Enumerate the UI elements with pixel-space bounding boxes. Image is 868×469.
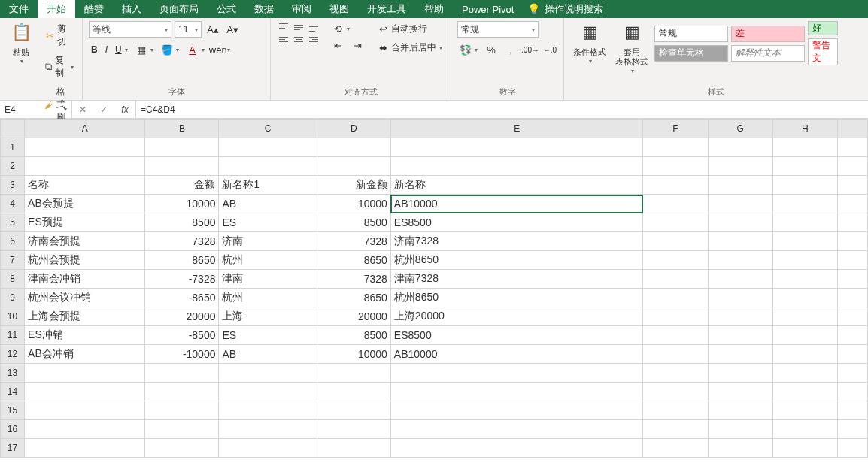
cell-B17[interactable] xyxy=(145,439,219,458)
fill-color-button[interactable]: 🪣▾ xyxy=(159,42,181,57)
cell-C9[interactable]: 杭州 xyxy=(219,289,317,307)
tab-view[interactable]: 视图 xyxy=(320,0,358,18)
phonetic-button[interactable]: wén▾ xyxy=(210,42,232,57)
cell-B2[interactable] xyxy=(145,157,219,176)
row-header-7[interactable]: 7 xyxy=(1,251,25,270)
cell-C15[interactable] xyxy=(219,401,317,420)
insert-function-button[interactable]: fx xyxy=(114,104,135,115)
cell-A7[interactable]: 杭州会预提 xyxy=(25,251,145,270)
cell-F9[interactable] xyxy=(643,289,708,307)
cell-B10[interactable]: 20000 xyxy=(145,307,219,326)
cell-3[interactable] xyxy=(837,176,867,195)
cell-F1[interactable] xyxy=(643,138,708,157)
column-header-F[interactable]: F xyxy=(643,120,708,138)
row-header-5[interactable]: 5 xyxy=(1,213,25,232)
cell-D4[interactable]: 10000 xyxy=(317,195,390,213)
cell-1[interactable] xyxy=(837,138,867,157)
tab-kuzan[interactable]: 酷赞 xyxy=(75,0,113,18)
cell-D10[interactable]: 20000 xyxy=(317,307,390,326)
cell-G4[interactable] xyxy=(708,195,772,213)
decrease-indent-button[interactable]: ⇤ xyxy=(329,38,346,53)
cell-F8[interactable] xyxy=(643,270,708,289)
tab-help[interactable]: 帮助 xyxy=(415,0,453,18)
cell-E9[interactable]: 杭州8650 xyxy=(390,289,643,307)
cell-G6[interactable] xyxy=(708,232,772,251)
cell-style-explanatory[interactable]: 解释性文本 xyxy=(731,45,805,62)
cell-G14[interactable] xyxy=(708,383,772,401)
copy-button[interactable]: ⧉复制▾ xyxy=(42,53,76,81)
cell-8[interactable] xyxy=(837,270,867,289)
cell-B3[interactable]: 金额 xyxy=(145,176,219,195)
tab-developer[interactable]: 开发工具 xyxy=(358,0,415,18)
cell-12[interactable] xyxy=(837,345,867,364)
cell-C11[interactable]: ES xyxy=(219,326,317,345)
row-header-8[interactable]: 8 xyxy=(1,270,25,289)
cell-style-warning[interactable]: 警告文 xyxy=(808,38,838,65)
row-header-2[interactable]: 2 xyxy=(1,157,25,176)
font-size-combo[interactable]: 11▾ xyxy=(175,21,202,38)
cell-5[interactable] xyxy=(837,213,867,232)
cell-style-normal[interactable]: 常规 xyxy=(654,26,728,42)
column-header-A[interactable]: A xyxy=(25,120,145,138)
select-all-corner[interactable] xyxy=(1,120,25,138)
cell-17[interactable] xyxy=(837,439,867,458)
cell-14[interactable] xyxy=(837,383,867,401)
italic-button[interactable]: I xyxy=(103,43,110,56)
cell-F11[interactable] xyxy=(643,326,708,345)
column-header-H[interactable]: H xyxy=(772,120,837,138)
cell-G5[interactable] xyxy=(708,213,772,232)
align-top-button[interactable] xyxy=(277,21,290,33)
cell-style-bad[interactable]: 差 xyxy=(731,26,805,42)
row-header-1[interactable]: 1 xyxy=(1,138,25,157)
borders-button[interactable]: ▦▾ xyxy=(133,42,156,57)
align-right-button[interactable] xyxy=(307,35,320,47)
cell-D14[interactable] xyxy=(317,383,390,401)
cell-G1[interactable] xyxy=(708,138,772,157)
cell-E12[interactable]: AB10000 xyxy=(390,345,643,364)
cell-H2[interactable] xyxy=(772,157,837,176)
tell-me-search[interactable]: 💡 操作说明搜索 xyxy=(527,0,603,18)
cell-11[interactable] xyxy=(837,326,867,345)
cell-C12[interactable]: AB xyxy=(219,345,317,364)
cell-9[interactable] xyxy=(837,289,867,307)
underline-button[interactable]: U▾ xyxy=(113,43,130,56)
cell-H16[interactable] xyxy=(772,420,837,439)
row-header-13[interactable]: 13 xyxy=(1,364,25,383)
cell-C5[interactable]: ES xyxy=(219,213,317,232)
cell-E4[interactable]: AB10000 xyxy=(390,195,643,213)
cell-A1[interactable] xyxy=(25,138,145,157)
cell-C6[interactable]: 济南 xyxy=(219,232,317,251)
cell-H9[interactable] xyxy=(772,289,837,307)
cell-D11[interactable]: 8500 xyxy=(317,326,390,345)
orientation-button[interactable]: ⟲▾ xyxy=(329,21,366,36)
cell-C8[interactable]: 津南 xyxy=(219,270,317,289)
cell-F4[interactable] xyxy=(643,195,708,213)
cell-C10[interactable]: 上海 xyxy=(219,307,317,326)
cell-A11[interactable]: ES冲销 xyxy=(25,326,145,345)
cell-G12[interactable] xyxy=(708,345,772,364)
cell-10[interactable] xyxy=(837,307,867,326)
merge-center-button[interactable]: ⬌合并后居中▾ xyxy=(375,40,445,56)
cell-D8[interactable]: 7328 xyxy=(317,270,390,289)
cell-H15[interactable] xyxy=(772,401,837,420)
cell-G10[interactable] xyxy=(708,307,772,326)
tab-file[interactable]: 文件 xyxy=(0,0,38,18)
cell-F3[interactable] xyxy=(643,176,708,195)
cell-B6[interactable]: 7328 xyxy=(145,232,219,251)
cell-H12[interactable] xyxy=(772,345,837,364)
decrease-decimal-button[interactable]: ←.0 xyxy=(542,42,558,57)
cell-H4[interactable] xyxy=(772,195,837,213)
font-name-combo[interactable]: 等线▾ xyxy=(89,21,171,38)
percent-button[interactable]: % xyxy=(483,42,499,57)
cell-F10[interactable] xyxy=(643,307,708,326)
cell-G13[interactable] xyxy=(708,364,772,383)
decrease-font-button[interactable]: A▾ xyxy=(224,22,241,37)
paste-button[interactable]: 📋 粘贴 ▾ xyxy=(6,21,36,67)
align-center-button[interactable] xyxy=(292,35,305,47)
cell-C14[interactable] xyxy=(219,383,317,401)
cell-E15[interactable] xyxy=(390,401,643,420)
comma-button[interactable]: , xyxy=(502,42,519,57)
column-header-D[interactable]: D xyxy=(317,120,390,138)
confirm-formula-button[interactable]: ✓ xyxy=(93,104,114,115)
cell-6[interactable] xyxy=(837,232,867,251)
